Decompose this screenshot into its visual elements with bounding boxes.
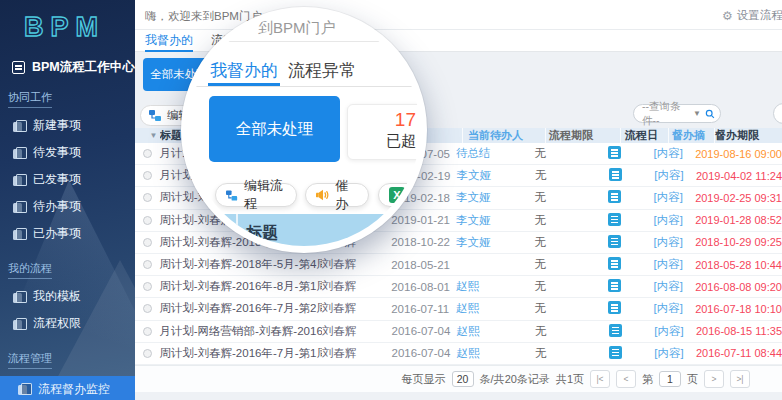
row-summary-link[interactable]: [内容] bbox=[651, 257, 696, 272]
row-deadline: 无 bbox=[532, 346, 605, 361]
magnified-tab-supervised[interactable]: 我督办的 bbox=[210, 59, 278, 82]
row-radio[interactable] bbox=[143, 216, 152, 225]
sidebar-item-label: 新建事项 bbox=[33, 117, 81, 134]
sidebar-item-流程督办监控[interactable]: 流程督办监控 bbox=[0, 376, 135, 400]
page-number-input[interactable]: 1 bbox=[659, 371, 681, 387]
last-page-button[interactable]: >| bbox=[730, 370, 750, 388]
row-radio[interactable] bbox=[143, 260, 152, 269]
row-title[interactable]: 周计划-刘春辉-2016年-7月-第1周 bbox=[159, 346, 322, 361]
sidebar-section: 流程管理 流程督办监控 bbox=[0, 337, 135, 400]
table-row[interactable]: 周计划-刘春辉-2018年-0月-第0周 刘春辉 2018-10-22 李文娅 … bbox=[135, 232, 782, 254]
sidebar-item-新建事项[interactable]: 新建事项 bbox=[0, 112, 135, 139]
row-time: 2016-08-01 bbox=[391, 281, 451, 293]
advanced-query-button-partial[interactable] bbox=[773, 103, 782, 124]
row-due-date: 2018-10-29 09:25 bbox=[695, 236, 782, 248]
row-summary-link[interactable]: [内容] bbox=[651, 146, 696, 161]
row-radio[interactable] bbox=[143, 149, 152, 158]
table-row[interactable]: 周计划-刘春辉-2016年-8月-第1周 刘春辉 2016-08-01 赵熙 无… bbox=[135, 276, 782, 298]
row-time: 2019-01-21 bbox=[391, 214, 451, 226]
table-row[interactable]: 月计划-网络营销部-刘春辉-2016年-7月 刘春辉 2016-07-04 赵熙… bbox=[135, 321, 782, 343]
row-assignee-link[interactable]: 赵熙 bbox=[451, 301, 531, 316]
row-assignee-link[interactable]: 李文娅 bbox=[451, 190, 531, 205]
row-summary-link[interactable]: [内容] bbox=[651, 190, 696, 205]
prev-page-button[interactable]: < bbox=[616, 370, 636, 388]
row-due-date: 2016-07-11 08:44 bbox=[696, 347, 782, 359]
magnified-portal-text: 到BPM门户 bbox=[258, 19, 336, 38]
sidebar-item-待发事项[interactable]: 待发事项 bbox=[0, 139, 135, 166]
sort-down-icon[interactable]: ▼ bbox=[150, 131, 158, 140]
row-assignee-link[interactable]: 李文娅 bbox=[451, 213, 531, 228]
sidebar: BPM BPM流程工作中心 协同工作 新建事项 待发事项 已发事项 待办事项 已… bbox=[0, 0, 135, 400]
row-radio[interactable] bbox=[143, 282, 152, 291]
magnified-urge-button[interactable]: 催办 bbox=[305, 183, 369, 207]
row-radio[interactable] bbox=[143, 193, 152, 202]
sidebar-item-workcenter[interactable]: BPM流程工作中心 bbox=[12, 59, 135, 76]
row-assignee-link[interactable]: 李文娅 bbox=[452, 168, 533, 183]
sidebar-item-待办事项[interactable]: 待办事项 bbox=[0, 193, 135, 220]
row-assignee-link[interactable]: 赵熙 bbox=[451, 279, 531, 294]
row-title[interactable]: 周计划-刘春辉-2016年-7月-第2周 bbox=[159, 301, 321, 316]
magnified-all-unprocessed-card[interactable]: 全部未处理 bbox=[209, 96, 340, 162]
query-condition-label: --查询条件-- bbox=[642, 100, 689, 128]
row-radio[interactable] bbox=[143, 349, 152, 358]
query-condition-dropdown[interactable]: --查询条件-- ▼ bbox=[633, 104, 721, 123]
sidebar-item-已发事项[interactable]: 已发事项 bbox=[0, 166, 135, 193]
flow-edit-icon bbox=[149, 109, 162, 122]
row-radio[interactable] bbox=[143, 238, 152, 247]
log-icon[interactable] bbox=[608, 213, 621, 226]
settings-theme-label: 设置流程主题 bbox=[737, 8, 782, 23]
sidebar-item-流程权限[interactable]: 流程权限 bbox=[0, 310, 135, 337]
row-title[interactable]: 周计划-刘春辉-2018年-5月-第4周 bbox=[159, 257, 321, 272]
log-icon[interactable] bbox=[608, 190, 621, 203]
magnified-overdue-card[interactable]: 17 已超 bbox=[347, 104, 425, 160]
log-icon[interactable] bbox=[608, 257, 621, 270]
magnified-edit-process-button[interactable]: 编辑流程 bbox=[215, 183, 297, 207]
row-title[interactable]: 月计划-网络营销部-刘春辉-2016年-7月 bbox=[159, 324, 322, 339]
search-icon[interactable] bbox=[705, 108, 715, 120]
row-assignee-link[interactable]: 赵熙 bbox=[452, 346, 533, 361]
settings-theme-button[interactable]: ⚙ 设置流程主题 bbox=[722, 8, 782, 23]
sidebar-section: 协同工作 新建事项 待发事项 已发事项 待办事项 已办事项 bbox=[0, 76, 135, 247]
table-row[interactable]: 周计划-刘春辉-2018年-5月-第4周 刘春辉 2018-05-21 无 [内… bbox=[135, 254, 782, 276]
table-row[interactable]: 周计划-刘春辉-2016年-7月-第1周 刘春辉 2016-07-04 赵熙 无… bbox=[135, 343, 782, 365]
row-assignee-link[interactable]: 待总结 bbox=[451, 146, 531, 161]
row-creator: 刘春辉 bbox=[322, 301, 392, 316]
log-icon[interactable] bbox=[608, 301, 621, 314]
log-icon[interactable] bbox=[609, 346, 622, 359]
row-assignee-link[interactable]: 赵熙 bbox=[452, 324, 533, 339]
urge-label: 催办 bbox=[335, 177, 358, 213]
divider bbox=[188, 41, 420, 42]
first-page-button[interactable]: |< bbox=[590, 370, 610, 388]
row-title[interactable]: 周计划-刘春辉-2016年-8月-第1周 bbox=[159, 279, 321, 294]
row-summary-link[interactable]: [内容] bbox=[651, 168, 696, 183]
row-radio[interactable] bbox=[143, 304, 152, 313]
per-page-input[interactable]: 20 bbox=[452, 371, 474, 387]
row-summary-link[interactable]: [内容] bbox=[651, 279, 696, 294]
sidebar-item-已办事项[interactable]: 已办事项 bbox=[0, 220, 135, 247]
col-log: 流程日志 bbox=[620, 128, 668, 143]
row-summary-link[interactable]: [内容] bbox=[651, 235, 696, 250]
magnified-tab-exception[interactable]: 流程异常 bbox=[288, 59, 356, 82]
page-suffix-label: 页 bbox=[687, 372, 698, 387]
row-summary-link[interactable]: [内容] bbox=[651, 324, 696, 339]
row-radio[interactable] bbox=[143, 327, 152, 336]
workcenter-icon bbox=[12, 61, 25, 74]
overdue-count: 17 bbox=[348, 109, 416, 131]
table-row[interactable]: 周计划-刘春辉-2016年-7月-第2周 刘春辉 2016-07-11 赵熙 无… bbox=[135, 298, 782, 320]
log-icon[interactable] bbox=[609, 324, 622, 337]
tab-我督办的[interactable]: 我督办的 bbox=[145, 30, 193, 52]
app-logo: BPM bbox=[24, 12, 135, 43]
row-radio[interactable] bbox=[143, 171, 152, 180]
row-assignee-link[interactable]: 李文娅 bbox=[451, 235, 531, 250]
row-summary-link[interactable]: [内容] bbox=[651, 213, 696, 228]
document-icon bbox=[13, 318, 25, 330]
log-icon[interactable] bbox=[608, 146, 621, 159]
row-time: 2016-07-04 bbox=[392, 347, 452, 359]
next-page-button[interactable]: > bbox=[704, 370, 724, 388]
log-icon[interactable] bbox=[608, 235, 621, 248]
sidebar-item-我的模板[interactable]: 我的模板 bbox=[0, 283, 135, 310]
log-icon[interactable] bbox=[609, 168, 622, 181]
log-icon[interactable] bbox=[608, 279, 621, 292]
row-summary-link[interactable]: [内容] bbox=[651, 346, 696, 361]
row-summary-link[interactable]: [内容] bbox=[651, 301, 696, 316]
